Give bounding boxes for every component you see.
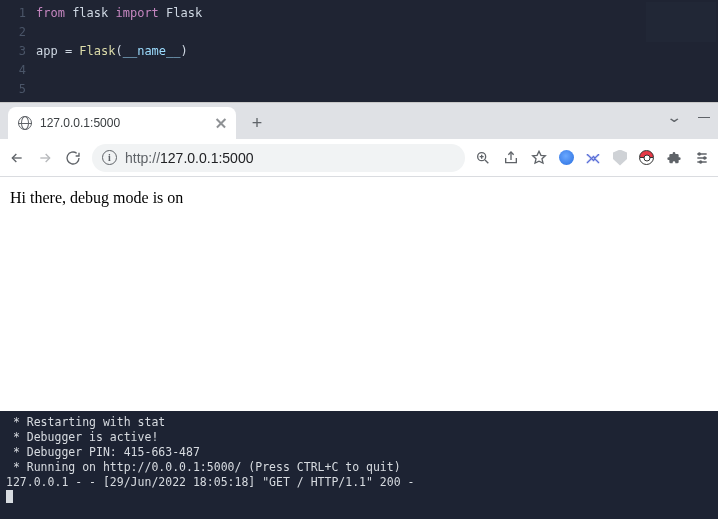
share-icon[interactable] [503, 150, 519, 166]
toolbar-right: ⩙ [475, 149, 710, 166]
extension-icon[interactable]: ⩙ [586, 149, 601, 166]
code-line[interactable]: 1from flask import Flask [0, 4, 718, 23]
line-number: 4 [0, 61, 36, 80]
code-line[interactable]: 3app = Flask(__name__) [0, 42, 718, 61]
url-text: http://127.0.0.1:5000 [125, 150, 455, 166]
new-tab-button[interactable]: + [244, 110, 270, 136]
code-editor[interactable]: 1from flask import Flask23app = Flask(__… [0, 0, 718, 102]
code-line[interactable]: 4 [0, 61, 718, 80]
bookmark-star-icon[interactable] [531, 150, 547, 166]
code-text: from flask import Flask [36, 4, 202, 23]
forward-button [36, 149, 54, 167]
terminal-cursor [6, 490, 13, 503]
media-control-icon[interactable] [694, 150, 710, 166]
minimap[interactable] [646, 2, 716, 42]
extension-shield-icon[interactable] [613, 150, 627, 166]
extensions-puzzle-icon[interactable] [666, 150, 682, 166]
line-number: 2 [0, 23, 36, 42]
line-number: 1 [0, 4, 36, 23]
code-line[interactable]: 2 [0, 23, 718, 42]
zoom-icon[interactable] [475, 150, 491, 166]
reload-button[interactable] [64, 149, 82, 167]
browser-tab[interactable]: 127.0.0.1:5000 [8, 107, 236, 139]
tab-strip: 127.0.0.1:5000 + ⌄ [0, 103, 718, 139]
page-body: Hi there, debug mode is on [0, 177, 718, 411]
svg-point-2 [704, 157, 706, 159]
line-number: 5 [0, 80, 36, 99]
info-icon[interactable]: i [102, 150, 117, 165]
extension-icon[interactable] [559, 150, 574, 165]
browser-toolbar: i http://127.0.0.1:5000 ⩙ [0, 139, 718, 177]
page-text: Hi there, debug mode is on [10, 189, 183, 206]
code-text: app = Flask(__name__) [36, 42, 188, 61]
chevron-down-icon[interactable]: ⌄ [666, 109, 683, 125]
back-button[interactable] [8, 149, 26, 167]
browser-window: 127.0.0.1:5000 + ⌄ i http://127.0.0.1:50… [0, 102, 718, 411]
terminal-pane[interactable]: * Restarting with stat * Debugger is act… [0, 411, 718, 519]
globe-icon [18, 116, 32, 130]
address-bar[interactable]: i http://127.0.0.1:5000 [92, 144, 465, 172]
line-number: 3 [0, 42, 36, 61]
svg-point-3 [700, 161, 702, 163]
close-tab-icon[interactable] [216, 118, 226, 128]
window-controls: ⌄ [668, 109, 710, 125]
tab-title: 127.0.0.1:5000 [40, 116, 208, 130]
extension-pokeball-icon[interactable] [639, 150, 654, 165]
svg-point-1 [698, 153, 700, 155]
code-line[interactable]: 5 [0, 80, 718, 99]
minimize-icon[interactable] [698, 117, 710, 118]
